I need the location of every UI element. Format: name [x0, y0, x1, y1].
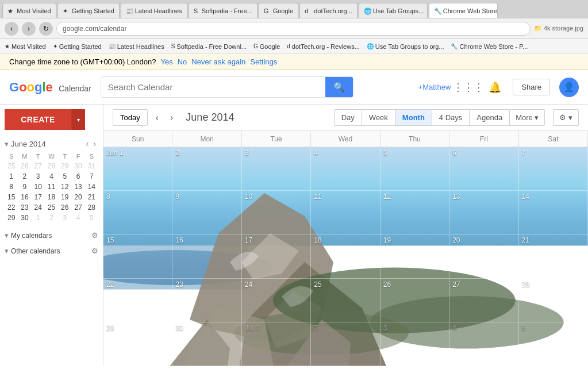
mini-cal-day[interactable]: 4 — [45, 171, 58, 182]
forward-button[interactable]: › — [22, 22, 36, 36]
user-name[interactable]: +Matthew — [418, 83, 451, 91]
cal-cell[interactable]: 4 — [449, 322, 518, 366]
cal-cell[interactable]: Jul 1 — [242, 322, 311, 366]
avatar[interactable]: 👤 — [559, 78, 579, 97]
notification-no[interactable]: No — [178, 57, 187, 66]
mini-cal-day[interactable]: 9 — [18, 182, 31, 192]
tab-google[interactable]: G Google — [259, 3, 298, 18]
tab-dottech[interactable]: d dotTech.org... — [299, 3, 358, 18]
tab-usetabgroups[interactable]: 🌐 Use Tab Groups... — [359, 3, 428, 18]
mini-cal-next[interactable]: › — [91, 138, 98, 149]
view-week-button[interactable]: Week — [362, 109, 395, 126]
cal-cell[interactable]: 10 — [242, 191, 311, 234]
mini-cal-day[interactable]: 1 — [5, 171, 18, 182]
cal-cell[interactable]: 8 — [103, 191, 172, 234]
cal-cell[interactable]: 17 — [242, 234, 311, 278]
mini-cal-day[interactable]: 23 — [18, 202, 31, 213]
cal-cell[interactable]: 16 — [172, 234, 241, 278]
mini-cal-day[interactable]: 15 — [5, 192, 18, 202]
view-month-button[interactable]: Month — [395, 109, 432, 126]
cal-cell[interactable]: 3 — [381, 322, 449, 366]
mini-cal-day[interactable]: 16 — [18, 192, 31, 202]
cal-cell[interactable]: 7 — [519, 147, 588, 191]
mini-cal-day[interactable]: 11 — [45, 182, 58, 192]
mini-cal-day[interactable]: 27 — [32, 161, 45, 171]
cal-cell[interactable]: 15 — [103, 234, 172, 278]
cal-cell[interactable]: 28 — [519, 279, 588, 322]
cal-cell[interactable]: 6 — [449, 147, 518, 191]
today-button[interactable]: Today — [113, 109, 148, 126]
apps-icon[interactable]: ⋮⋮⋮ — [460, 79, 477, 96]
mini-cal-day[interactable]: 29 — [58, 161, 71, 171]
cal-cell[interactable]: 20 — [449, 234, 518, 278]
settings-button[interactable]: ⚙ ▾ — [553, 109, 579, 126]
cal-cell[interactable]: 24 — [242, 279, 311, 322]
mini-cal-day[interactable]: 19 — [58, 192, 71, 202]
mini-cal-day[interactable]: 2 — [18, 171, 31, 182]
reload-button[interactable]: ↻ — [39, 22, 53, 36]
mini-cal-day[interactable]: 26 — [58, 202, 71, 213]
cal-cell[interactable]: 5 — [381, 147, 449, 191]
bookmark-most-visited[interactable]: ★ Most Visited — [5, 43, 46, 50]
mini-cal-day[interactable]: 3 — [58, 213, 71, 223]
search-input[interactable] — [101, 78, 325, 97]
mini-cal-day[interactable]: 22 — [5, 202, 18, 213]
bookmark-google[interactable]: G Google — [253, 43, 280, 50]
cal-cell[interactable]: 19 — [381, 234, 449, 278]
my-calendars-section[interactable]: ▾ My calendars ⚙ — [5, 228, 98, 243]
cal-cell[interactable]: 14 — [519, 191, 588, 234]
address-input[interactable]: google.com/calendar — [56, 22, 531, 36]
mini-cal-collapse-icon[interactable]: ▾ — [5, 140, 9, 148]
mini-cal-day[interactable]: 26 — [18, 161, 31, 171]
cal-cell[interactable]: 30 — [172, 322, 241, 366]
cal-cell[interactable]: 5 — [519, 322, 588, 366]
mini-cal-day[interactable]: 21 — [85, 192, 98, 202]
mini-cal-day[interactable]: 4 — [71, 213, 84, 223]
tab-most-visited[interactable]: ★ Most Visited — [2, 3, 56, 18]
mini-cal-day[interactable]: 18 — [45, 192, 58, 202]
cal-cell[interactable]: Jun 1 — [103, 147, 172, 191]
other-calendars-gear-icon[interactable]: ⚙ — [91, 247, 98, 255]
create-button[interactable]: CREATE — [5, 109, 71, 130]
bookmark-getting-started[interactable]: ✦ Getting Started — [53, 43, 102, 50]
other-calendars-section[interactable]: ▾ Other calendars ⚙ — [5, 243, 98, 259]
mini-cal-day[interactable]: 24 — [32, 202, 45, 213]
mini-cal-day[interactable]: 29 — [5, 213, 18, 223]
cal-cell[interactable]: 22 — [103, 279, 172, 322]
mini-cal-day[interactable]: 28 — [45, 161, 58, 171]
mini-cal-day[interactable]: 28 — [85, 202, 98, 213]
mini-cal-day[interactable]: 30 — [18, 213, 31, 223]
mini-cal-prev[interactable]: ‹ — [84, 138, 91, 149]
cal-prev-button[interactable]: ‹ — [152, 110, 162, 125]
cal-cell[interactable]: 27 — [449, 279, 518, 322]
cal-cell[interactable]: 2 — [172, 147, 241, 191]
view-4days-button[interactable]: 4 Days — [432, 109, 469, 126]
mini-cal-day[interactable]: 10 — [32, 182, 45, 192]
notification-yes[interactable]: Yes — [160, 57, 172, 66]
mini-cal-day[interactable]: 25 — [5, 161, 18, 171]
cal-cell[interactable]: 21 — [519, 234, 588, 278]
notifications-icon[interactable]: 🔔 — [486, 79, 504, 96]
bookmark-usetab[interactable]: 🌐 Use Tab Groups to org... — [367, 43, 444, 50]
mini-cal-day[interactable]: 20 — [71, 192, 84, 202]
mini-cal-day[interactable]: 2 — [45, 213, 58, 223]
cal-next-button[interactable]: › — [167, 110, 176, 125]
tab-chromewebstore[interactable]: 🔧 Chrome Web Store - P... — [429, 3, 498, 18]
cal-cell[interactable]: 18 — [311, 234, 380, 278]
cal-cell[interactable]: 9 — [172, 191, 241, 234]
view-day-button[interactable]: Day — [334, 109, 362, 126]
share-button[interactable]: Share — [513, 79, 550, 95]
tab-headlines[interactable]: 📰 Latest Headlines — [121, 3, 187, 18]
notification-never[interactable]: Never ask again — [191, 57, 245, 66]
my-calendars-gear-icon[interactable]: ⚙ — [91, 231, 98, 240]
mini-cal-day[interactable]: 17 — [32, 192, 45, 202]
cal-cell[interactable]: 3 — [242, 147, 311, 191]
cal-cell[interactable]: 23 — [172, 279, 241, 322]
mini-cal-day[interactable]: 25 — [45, 202, 58, 213]
create-dropdown-button[interactable]: ▾ — [71, 109, 85, 130]
cal-cell[interactable]: 13 — [449, 191, 518, 234]
mini-cal-day[interactable]: 14 — [85, 182, 98, 192]
notification-settings[interactable]: Settings — [250, 57, 277, 66]
bookmark-chromestore[interactable]: 🔧 Chrome Web Store - P... — [451, 43, 528, 50]
cal-cell[interactable]: 2 — [311, 322, 380, 366]
